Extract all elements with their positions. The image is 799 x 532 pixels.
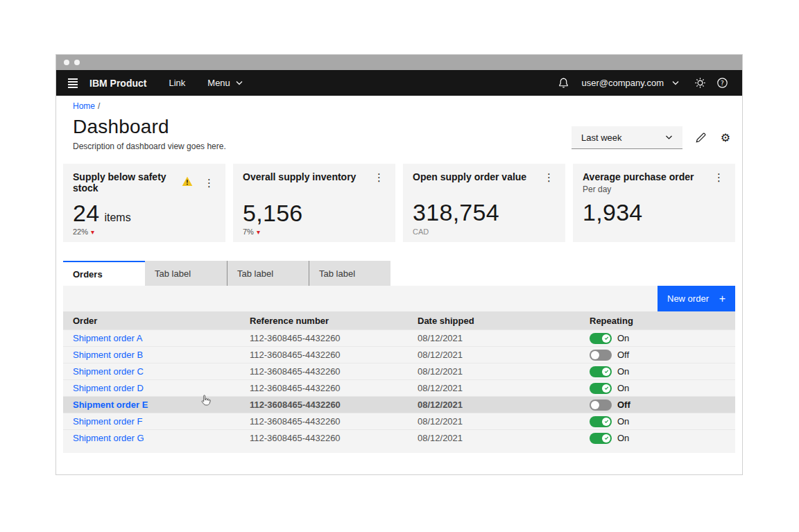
hamburger-menu-icon[interactable]: [56, 70, 89, 96]
toggle-label: On: [617, 416, 629, 427]
column-header-order[interactable]: Order: [63, 316, 240, 326]
card-unit: items: [104, 212, 130, 224]
card-average-purchase-order: Average purchase order ⋮ Per day 1,934: [573, 164, 735, 242]
card-value: 24: [73, 200, 99, 227]
order-link[interactable]: Shipment order C: [73, 366, 144, 377]
reference-number: 112-3608465-4432260: [240, 350, 408, 360]
card-value: 318,754: [413, 199, 499, 226]
metric-cards: Supply below safety stock ⋮ 24 items 22%…: [63, 164, 735, 242]
window-control-dot[interactable]: [64, 60, 69, 65]
time-range-dropdown[interactable]: Last week: [572, 126, 682, 149]
app-window: IBM Product Link Menu user@company.com ?: [55, 54, 743, 475]
column-header-reference[interactable]: Reference number: [240, 316, 408, 326]
repeating-toggle[interactable]: [590, 383, 612, 394]
header-nav-link[interactable]: Link: [169, 78, 185, 88]
table-row: Shipment order G 112-3608465-4432260 08/…: [63, 429, 735, 446]
window-titlebar: [56, 55, 742, 70]
card-value: 1,934: [583, 199, 643, 226]
overflow-menu-icon[interactable]: ⋮: [542, 172, 556, 182]
card-trend: 22% ▾: [73, 228, 216, 236]
repeating-toggle[interactable]: [590, 350, 612, 361]
app-header: IBM Product Link Menu user@company.com ?: [56, 70, 742, 96]
card-title: Open supply order value: [413, 171, 542, 182]
settings-gear-icon[interactable]: ⚙: [719, 131, 732, 145]
order-link[interactable]: Shipment order E: [73, 400, 148, 410]
date-shipped: 08/12/2021: [408, 366, 580, 377]
product-name: IBM Product: [89, 78, 146, 89]
chevron-down-icon: [236, 80, 243, 85]
breadcrumb-separator: /: [98, 101, 100, 111]
reference-number: 112-3608465-4432260: [240, 366, 408, 377]
reference-number: 112-3608465-4432260: [240, 383, 408, 393]
card-trend: 7% ▾: [243, 228, 386, 236]
table-toolbar: New order +: [63, 286, 735, 311]
account-email: user@company.com: [582, 78, 664, 88]
date-shipped: 08/12/2021: [408, 416, 580, 427]
order-link[interactable]: Shipment order F: [73, 416, 142, 427]
date-shipped: 08/12/2021: [408, 350, 580, 360]
window-control-dot[interactable]: [74, 60, 80, 65]
card-title: Supply below safety stock: [73, 171, 182, 194]
page-header-controls: Last week ⚙: [572, 126, 732, 149]
card-supply-below-safety-stock: Supply below safety stock ⋮ 24 items 22%…: [63, 164, 225, 242]
reference-number: 112-3608465-4432260: [240, 333, 408, 343]
repeating-toggle[interactable]: [590, 400, 612, 411]
repeating-toggle[interactable]: [590, 433, 612, 444]
date-shipped: 08/12/2021: [408, 400, 580, 410]
order-link[interactable]: Shipment order G: [73, 433, 144, 443]
reference-number: 112-3608465-4432260: [240, 433, 408, 443]
account-menu[interactable]: user@company.com: [582, 78, 679, 88]
table-row: Shipment order D 112-3608465-4432260 08/…: [63, 379, 735, 396]
plus-icon: +: [719, 293, 725, 305]
page-content: Home/ Dashboard Description of dashboard…: [56, 101, 742, 453]
order-link[interactable]: Shipment order D: [73, 383, 144, 393]
header-nav-menu[interactable]: Menu: [207, 78, 243, 88]
date-shipped: 08/12/2021: [408, 383, 580, 393]
card-currency-label: CAD: [413, 228, 556, 236]
svg-text:?: ?: [721, 80, 724, 87]
table-row: Shipment order F 112-3608465-4432260 08/…: [63, 413, 735, 429]
tab-orders[interactable]: Orders: [63, 261, 145, 286]
breadcrumb-home-link[interactable]: Home: [73, 101, 95, 111]
card-title: Average purchase order: [583, 171, 712, 182]
column-header-repeating[interactable]: Repeating: [580, 316, 735, 326]
tab-label-3[interactable]: Tab label: [309, 261, 390, 286]
new-order-button[interactable]: New order +: [658, 286, 735, 311]
light-theme-icon[interactable]: [689, 72, 711, 94]
repeating-toggle[interactable]: [590, 366, 612, 377]
page-header: Home/ Dashboard Description of dashboard…: [63, 101, 735, 164]
date-shipped: 08/12/2021: [408, 333, 580, 343]
chevron-down-icon: [665, 135, 673, 140]
help-icon[interactable]: ?: [711, 72, 733, 94]
repeating-toggle[interactable]: [590, 416, 612, 427]
card-title: Overall supply inventory: [243, 171, 372, 182]
overflow-menu-icon[interactable]: ⋮: [712, 172, 725, 182]
toggle-label: Off: [617, 350, 629, 360]
time-range-value: Last week: [581, 132, 622, 143]
card-subtitle: Per day: [583, 185, 725, 194]
reference-number: 112-3608465-4432260: [240, 400, 408, 410]
edit-icon[interactable]: [694, 131, 707, 145]
overflow-menu-icon[interactable]: ⋮: [203, 178, 216, 188]
table-row: Shipment order A 112-3608465-4432260 08/…: [63, 329, 735, 346]
repeating-toggle[interactable]: [590, 333, 612, 344]
table-row: Shipment order C 112-3608465-4432260 08/…: [63, 363, 735, 379]
order-link[interactable]: Shipment order B: [73, 350, 143, 360]
table-row: Shipment order E 112-3608465-4432260 08/…: [63, 396, 735, 413]
breadcrumb: Home/: [73, 101, 735, 111]
warning-icon: [182, 176, 193, 189]
notifications-bell-icon[interactable]: [553, 72, 575, 94]
overflow-menu-icon[interactable]: ⋮: [372, 172, 386, 182]
chevron-down-icon: [672, 80, 679, 85]
card-open-supply-order-value: Open supply order value ⋮ 318,754 CAD: [403, 164, 565, 242]
reference-number: 112-3608465-4432260: [240, 416, 408, 427]
tab-label-1[interactable]: Tab label: [145, 261, 227, 286]
card-value: 5,156: [243, 200, 303, 227]
orders-panel: New order + Order Reference number Date …: [63, 286, 735, 453]
trend-down-icon: ▾: [91, 228, 94, 236]
card-overall-supply-inventory: Overall supply inventory ⋮ 5,156 7% ▾: [233, 164, 395, 242]
order-link[interactable]: Shipment order A: [73, 333, 142, 343]
table-row: Shipment order B 112-3608465-4432260 08/…: [63, 346, 735, 363]
tab-label-2[interactable]: Tab label: [227, 261, 309, 286]
column-header-date[interactable]: Date shipped: [408, 316, 580, 326]
